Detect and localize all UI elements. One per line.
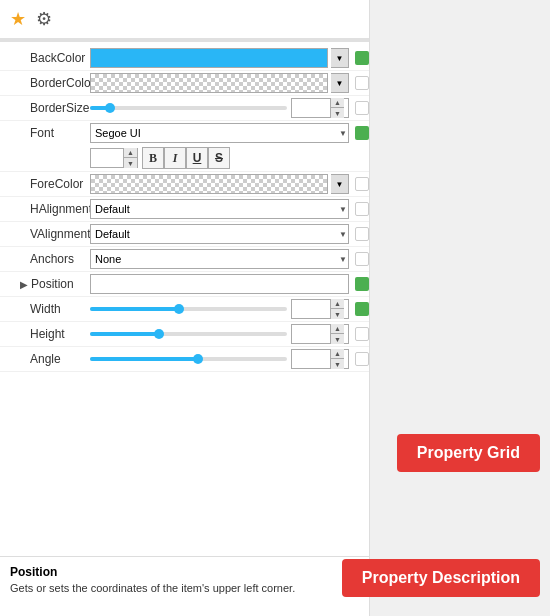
angle-label: Angle <box>0 352 90 366</box>
bordersize-spin-down[interactable]: ▼ <box>330 108 344 118</box>
valignment-indicator <box>355 227 369 241</box>
bordercolor-indicator <box>355 76 369 90</box>
backcolor-dropdown-btn[interactable]: ▼ <box>331 48 349 68</box>
bordersize-slider-thumb[interactable] <box>105 103 115 113</box>
width-indicator <box>355 302 369 316</box>
star-icon[interactable]: ★ <box>10 8 26 30</box>
height-slider-track[interactable] <box>90 332 287 336</box>
bordercolor-label: BorderColor <box>0 76 90 90</box>
bordercolor-dropdown-btn[interactable]: ▼ <box>331 73 349 93</box>
valignment-control: Default Top Middle Bottom ▼ <box>90 224 349 244</box>
angle-slider-thumb[interactable] <box>193 354 203 364</box>
font-size-input[interactable]: 14 <box>91 149 123 167</box>
font-style-row: 14 ▲ ▼ B I U S <box>0 145 369 171</box>
width-slider-wrap <box>90 307 287 311</box>
anchors-select-wrapper: None Top Bottom Left Right ▼ <box>90 249 349 269</box>
font-select-wrapper: Segoe UI Arial Times New Roman ▼ <box>90 123 349 143</box>
font-select-control: Segoe UI Arial Times New Roman ▼ <box>90 123 349 143</box>
height-spinners: ▲ ▼ <box>330 324 344 344</box>
gear-icon[interactable]: ⚙ <box>36 8 52 30</box>
font-size-spinners: ▲ ▼ <box>123 148 137 168</box>
bordercolor-swatch[interactable] <box>90 73 328 93</box>
backcolor-swatch[interactable] <box>90 48 328 68</box>
height-spin-down[interactable]: ▼ <box>330 334 344 344</box>
forecolor-swatch[interactable] <box>90 174 328 194</box>
width-label: Width <box>0 302 90 316</box>
width-spin-up[interactable]: ▲ <box>330 299 344 309</box>
font-italic-button[interactable]: I <box>164 147 186 169</box>
font-indicator <box>355 126 369 140</box>
anchors-indicator <box>355 252 369 266</box>
font-strikethrough-button[interactable]: S <box>208 147 230 169</box>
halignment-label: HAlignment <box>0 202 90 216</box>
position-control: 224, 214 <box>90 274 349 294</box>
width-slider-thumb[interactable] <box>174 304 184 314</box>
bordersize-spinners: ▲ ▼ <box>330 98 344 118</box>
height-slider-thumb[interactable] <box>154 329 164 339</box>
anchors-select[interactable]: None Top Bottom Left Right <box>90 249 349 269</box>
angle-spin-down[interactable]: ▼ <box>330 359 344 369</box>
bordersize-input-wrap: 1 ▲ ▼ <box>291 98 349 118</box>
halignment-control: Default Left Center Right ▼ <box>90 199 349 219</box>
angle-slider-wrap <box>90 357 287 361</box>
height-row: Height 90 ▲ ▼ <box>0 322 369 347</box>
toolbar: ★ ⚙ <box>0 0 369 40</box>
bordersize-control: 1 ▲ ▼ <box>90 98 349 118</box>
font-size-down[interactable]: ▼ <box>123 158 137 168</box>
width-control: 160 ▲ ▼ <box>90 299 349 319</box>
properties-area: BackColor ▼ BorderColor ▼ BorderSize <box>0 42 369 556</box>
position-row: ▶Position 224, 214 <box>0 272 369 297</box>
backcolor-row: BackColor ▼ <box>0 46 369 71</box>
font-bold-button[interactable]: B <box>142 147 164 169</box>
height-input[interactable]: 90 <box>292 325 330 343</box>
height-slider-fill <box>90 332 159 336</box>
height-indicator <box>355 327 369 341</box>
font-rows: Font Segoe UI Arial Times New Roman ▼ <box>0 121 369 172</box>
font-size-wrap: 14 ▲ ▼ <box>90 148 138 168</box>
desc-text: Gets or sets the coordinates of the item… <box>10 582 359 594</box>
valignment-select-wrapper: Default Top Middle Bottom ▼ <box>90 224 349 244</box>
bordercolor-row: BorderColor ▼ <box>0 71 369 96</box>
width-input-wrap: 160 ▲ ▼ <box>291 299 349 319</box>
height-control: 90 ▲ ▼ <box>90 324 349 344</box>
width-input[interactable]: 160 <box>292 300 330 318</box>
bordersize-input[interactable]: 1 <box>292 99 330 117</box>
halignment-select[interactable]: Default Left Center Right <box>90 199 349 219</box>
description-area: Position Gets or sets the coordinates of… <box>0 556 369 616</box>
font-select-row: Font Segoe UI Arial Times New Roman ▼ <box>0 121 369 145</box>
font-select[interactable]: Segoe UI Arial Times New Roman <box>90 123 349 143</box>
width-slider-track[interactable] <box>90 307 287 311</box>
property-grid-label: Property Grid <box>397 434 540 472</box>
valignment-label: VAlignment <box>0 227 90 241</box>
font-label: Font <box>0 126 90 140</box>
height-spin-up[interactable]: ▲ <box>330 324 344 334</box>
bordercolor-control: ▼ <box>90 73 349 93</box>
position-input[interactable]: 224, 214 <box>90 274 349 294</box>
angle-input[interactable]: 0 <box>292 350 330 368</box>
bordersize-label: BorderSize <box>0 101 90 115</box>
halignment-select-wrapper: Default Left Center Right ▼ <box>90 199 349 219</box>
bordersize-indicator <box>355 101 369 115</box>
anchors-control: None Top Bottom Left Right ▼ <box>90 249 349 269</box>
font-underline-button[interactable]: U <box>186 147 208 169</box>
forecolor-row: ForeColor ▼ <box>0 172 369 197</box>
position-expand-arrow[interactable]: ▶ <box>20 279 28 290</box>
angle-control: 0 ▲ ▼ <box>90 349 349 369</box>
anchors-label: Anchors <box>0 252 90 266</box>
font-size-up[interactable]: ▲ <box>123 148 137 158</box>
angle-indicator <box>355 352 369 366</box>
angle-slider-fill <box>90 357 198 361</box>
bordersize-spin-up[interactable]: ▲ <box>330 98 344 108</box>
angle-row: Angle 0 ▲ ▼ <box>0 347 369 372</box>
width-row: Width 160 ▲ ▼ <box>0 297 369 322</box>
valignment-select[interactable]: Default Top Middle Bottom <box>90 224 349 244</box>
bordersize-slider-track[interactable] <box>90 106 287 110</box>
height-slider-wrap <box>90 332 287 336</box>
property-description-label: Property Description <box>342 559 540 597</box>
width-spin-down[interactable]: ▼ <box>330 309 344 319</box>
angle-spin-up[interactable]: ▲ <box>330 349 344 359</box>
forecolor-dropdown-btn[interactable]: ▼ <box>331 174 349 194</box>
angle-slider-track[interactable] <box>90 357 287 361</box>
backcolor-indicator <box>355 51 369 65</box>
bordersize-row: BorderSize 1 ▲ ▼ <box>0 96 369 121</box>
